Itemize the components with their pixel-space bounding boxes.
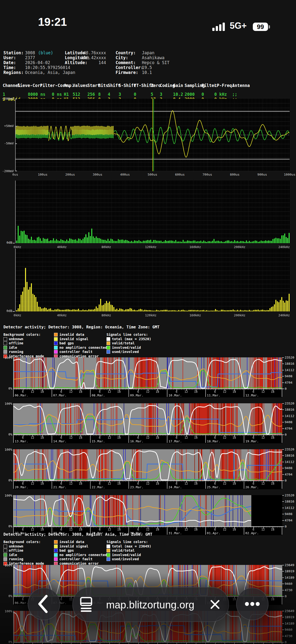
info-value: 10.1 — [142, 70, 152, 75]
activity-hour-label: 12 — [222, 436, 228, 440]
activity-date-label: 20.Mar. — [15, 485, 28, 489]
activity-right-tick — [282, 422, 284, 422]
info-value: 2377 — [25, 55, 35, 60]
activity-hour-label: 12 — [260, 436, 266, 440]
activity-hour-label: 12 — [29, 482, 35, 485]
legend-swatch-invalid-data — [54, 333, 58, 336]
waveform-x-tick-label: 100us — [35, 173, 50, 176]
activity-date-label: 22.Mar. — [92, 485, 105, 489]
activity-right-label: 23649 — [285, 609, 294, 613]
activity-hour-label: 12 — [145, 528, 151, 531]
activity-hour-label: 18 — [270, 528, 276, 531]
activity-hour-label: 18 — [154, 390, 160, 394]
more-options-button[interactable] — [236, 588, 269, 620]
activity-ymax-label: 100% — [0, 494, 12, 497]
activity-hour-label: 12 — [145, 482, 151, 485]
waveform-y-tick-label: +50mV — [0, 124, 14, 128]
activity-hour-label: 6 — [174, 436, 179, 440]
activity-hour-label: 18 — [116, 528, 122, 531]
legend-item-label: running — [9, 350, 23, 354]
legend-swatch-bad-gps — [54, 549, 58, 552]
activity-right-tick — [282, 565, 284, 566]
spectrum-axis-tick — [13, 243, 15, 244]
spectrum-y-label: 0dB — [0, 309, 12, 313]
legend-item-label: no amplifiers connected — [59, 346, 107, 350]
info-value: 142.42xxxx — [81, 55, 106, 60]
channel-cell: 256 — [87, 92, 95, 97]
activity-hour-label: 18 — [116, 482, 122, 485]
activity-ymin-label: 0% — [0, 386, 12, 390]
activity-right-label: 0 — [285, 433, 287, 436]
spectrum-x-tick-label: 120kHz — [143, 314, 159, 317]
activity-hour-label: 12 — [183, 482, 189, 485]
legend-swatch-used-involved — [106, 350, 110, 354]
activity-right-label: 18816 — [285, 454, 294, 457]
channel1-spectrum-chart — [15, 180, 290, 243]
activity-ymin-label: 0% — [0, 524, 12, 528]
activity-hour-label: 6 — [174, 528, 179, 531]
info-label: Comment: — [116, 60, 136, 65]
activity-hour-label: 6 — [212, 390, 218, 394]
activity-ymin-label: 0% — [0, 478, 12, 482]
channel-cell: 0 kHz — [214, 92, 227, 97]
activity-right-tick — [282, 428, 284, 429]
legend-swatch-total-max- — [106, 337, 110, 341]
activity-right-tick — [282, 642, 284, 642]
activity-hour-label: 6 — [174, 390, 179, 394]
activity-hour-label: 18 — [39, 528, 45, 531]
activity-hour-label: 6 — [20, 436, 26, 440]
activity-hour-label: 6 — [97, 482, 103, 485]
activity-hour-label: 18 — [193, 528, 199, 531]
legend-background-title: Background colors: — [3, 332, 41, 336]
activity-date-label: 11.Mar. — [207, 394, 220, 397]
activity-right-label: 23520 — [285, 356, 294, 359]
legend-swatch-valid-total — [106, 549, 110, 552]
waveform-x-tick-label: 400us — [118, 173, 132, 176]
channel-cell: 1 — [3, 92, 5, 97]
url-bar[interactable]: map.blitzortung.org — [72, 587, 229, 622]
activity-right-tick — [282, 495, 284, 496]
activity-hour-label: 6 — [97, 436, 103, 440]
activity-right-tick — [282, 474, 284, 475]
activity-hour-label: 18 — [77, 390, 83, 394]
activity-right-tick — [282, 590, 284, 590]
activity-right-label: 4704 — [285, 381, 292, 384]
activity-right-label: 14189 — [285, 576, 294, 580]
legend-swatch-no-amplifiers-connected — [54, 346, 58, 350]
legend-item-label: invalid signal — [59, 337, 88, 341]
legend-swatch-idle — [3, 346, 7, 350]
close-icon[interactable] — [209, 599, 221, 610]
info-label: User: — [3, 55, 16, 60]
activity-right-tick — [282, 480, 284, 481]
legend-swatch-bad-gps — [54, 342, 58, 345]
phone-screen: 19:21 5G+ 99 Station:3008User:2377Date:2… — [0, 0, 296, 644]
activity-right-label: 14112 — [285, 460, 294, 464]
activity-date-label: 18.Mar. — [207, 440, 220, 443]
spectrum-y-label: 0dB — [0, 241, 12, 244]
back-button[interactable] — [28, 588, 60, 620]
activity-hour-label: 12 — [183, 390, 189, 394]
activity-hour-label: 12 — [222, 390, 228, 394]
activity-right-tick — [282, 611, 284, 611]
legend-item-label: valid/total — [112, 341, 135, 345]
activity-right-label: 23520 — [285, 402, 294, 405]
spectrum-x-tick-label: 200kHz — [232, 245, 247, 249]
activity-hour-label: 18 — [270, 598, 276, 601]
info-label: Regions: — [3, 70, 23, 75]
activity-right-tick — [282, 410, 284, 410]
legend-swatch-valid-total — [106, 342, 110, 345]
activity-hour-label: 6 — [251, 482, 257, 485]
activity-right-label: 0 — [285, 387, 287, 390]
activity-ymax-label: 100% — [0, 448, 12, 452]
legend-item-label: unknown — [9, 337, 23, 341]
legend-item-label: used/involved — [112, 350, 139, 354]
channel-cell: 4 — [108, 92, 110, 97]
activity-right-label: 4730 — [285, 588, 292, 592]
activity-right-label: 0 — [285, 594, 287, 598]
info-label: Controller: — [116, 65, 143, 70]
activity-right-label: 0 — [285, 479, 287, 482]
activity-right-tick — [282, 514, 284, 514]
activity-hour-label: 6 — [135, 482, 141, 485]
info-label: Date: — [3, 60, 16, 65]
station-color-accent: (blue) — [38, 50, 53, 55]
